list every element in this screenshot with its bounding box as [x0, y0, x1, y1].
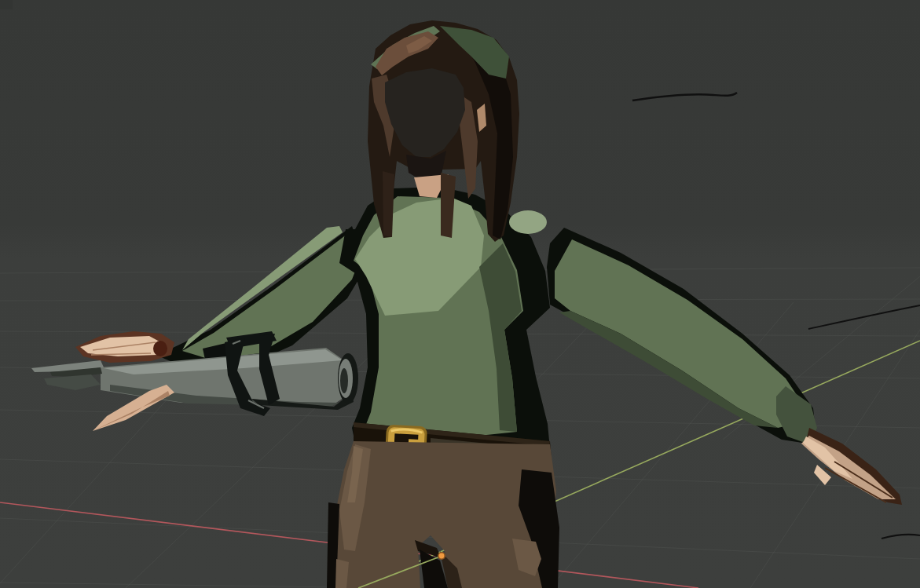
shoulder-highlight-spot — [509, 210, 547, 234]
sleeve-opening — [153, 341, 167, 356]
device-back-core — [340, 368, 348, 393]
origin-dot[interactable] — [439, 553, 445, 559]
head[interactable] — [368, 20, 519, 242]
corner-patch — [0, 0, 13, 9]
viewport[interactable] — [0, 0, 920, 588]
left-leg-light-low — [335, 559, 349, 588]
viewport-canvas[interactable] — [0, 0, 920, 588]
